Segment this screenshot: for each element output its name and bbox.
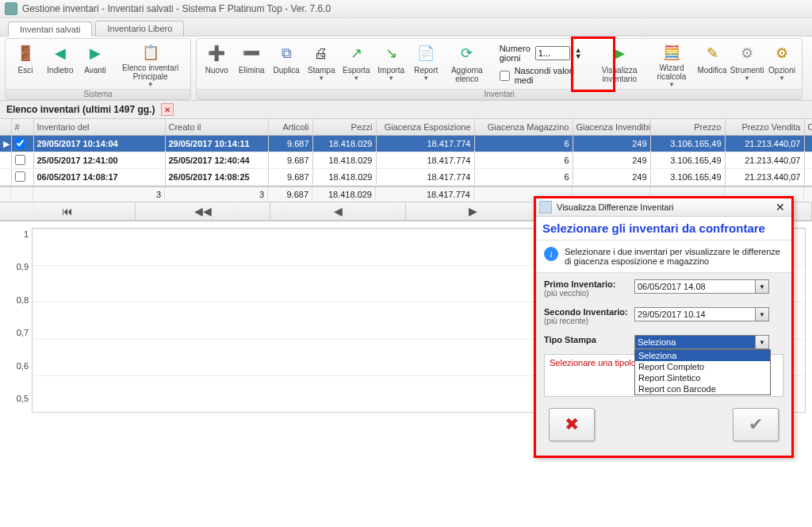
chevron-down-icon: ▼ [353, 75, 359, 82]
stepper-icon[interactable]: ▲▼ [575, 47, 582, 60]
col-costo-medi[interactable]: Costo Medi [804, 119, 812, 136]
visualizza-inventario-button[interactable]: ▶Visualizza inventario [592, 40, 648, 88]
total-count2: 3 [165, 187, 268, 202]
elimina-button[interactable]: ➖Elimina [235, 40, 268, 88]
y-tick-label: 0,7 [6, 328, 29, 337]
col-arrow[interactable] [0, 119, 11, 136]
table-row[interactable]: 25/05/2017 12:41:0025/05/2017 12:40:449.… [0, 152, 812, 169]
dialog-info-row: i Selezionare i due inventari per visual… [536, 240, 791, 273]
tipo-stampa-dropdown[interactable]: SelezionaReport CompletoReport Sintetico… [634, 349, 771, 395]
dialog-title-bar[interactable]: Visualizza Differenze Inventari ✕ [536, 198, 791, 217]
row-checkbox[interactable] [15, 171, 25, 182]
nav-fwd-button[interactable]: ▶ [406, 202, 542, 220]
tab-inventario-libero[interactable]: Inventario Libero [95, 21, 184, 36]
numero-giorni-input[interactable] [535, 46, 570, 60]
nascondi-label: Nascondi valori medi [515, 66, 582, 85]
tipo-stampa-select[interactable]: Seleziona ▼ SelezionaReport CompletoRepo… [634, 335, 769, 349]
title-bar: Gestione inventari - Inventari salvati -… [0, 0, 812, 18]
exit-icon: 🚪 [14, 42, 36, 64]
app-icon [5, 2, 17, 15]
chevron-down-icon: ▼ [668, 81, 675, 88]
refresh-icon: ⟳ [456, 42, 478, 64]
print-icon: 🖨 [310, 42, 332, 64]
col-idx[interactable]: # [11, 119, 33, 136]
esporta-button[interactable]: ↗Esporta▼ [339, 40, 373, 88]
secondo-inventario-label: Secondo Inventario: [544, 307, 628, 317]
col-creato-il[interactable]: Creato il [165, 119, 268, 136]
elenco-principale-button[interactable]: 📋Elenco inventari Principale▼ [113, 40, 187, 88]
secondo-inventario-value: 29/05/2017 10.14 [635, 308, 755, 321]
secondo-inventario-select[interactable]: 29/05/2017 10.14 ▼ [634, 307, 769, 321]
primo-inventario-sublabel: (più vecchio) [544, 289, 631, 298]
app-tabs: Inventari salvati Inventario Libero [0, 18, 812, 37]
col-pezzi[interactable]: Pezzi [312, 119, 376, 136]
duplicate-icon: ⧉ [275, 42, 297, 64]
nav-prev-button[interactable]: ◀◀ [136, 202, 271, 220]
opzioni-button[interactable]: ⚙Opzioni▼ [765, 40, 799, 88]
col-inventario-del[interactable]: Inventario del [33, 119, 165, 136]
importa-button[interactable]: ↘Importa▼ [374, 40, 408, 88]
report-button[interactable]: 📄Report▼ [409, 40, 442, 88]
dialog-heading: Selezionare gli inventari da confrontare [536, 217, 791, 240]
numero-giorni-label: Numero giorni [500, 44, 530, 63]
y-tick-label: 0,8 [6, 295, 29, 305]
avanti-button[interactable]: ▶Avanti [79, 40, 112, 88]
nav-first-button[interactable]: ⏮ [0, 202, 136, 220]
modifica-button[interactable]: ✎Modifica [695, 40, 729, 88]
stampa-button[interactable]: 🖨Stampa▼ [304, 40, 338, 88]
dialog-close-button[interactable]: ✕ [772, 201, 788, 213]
nav-back-button[interactable]: ◀ [270, 202, 406, 220]
chevron-down-icon: ▼ [755, 280, 768, 293]
table-row[interactable]: ▶29/05/2017 10:14:0429/05/2017 10:14:119… [0, 136, 812, 152]
play-icon: ▶ [608, 42, 630, 64]
list-title: Elenco inventari (ultimi 1497 gg.) [6, 104, 155, 115]
indietro-button[interactable]: ◀Indietro [44, 40, 77, 88]
cancel-button[interactable]: ✖ [549, 408, 595, 441]
minus-icon: ➖ [240, 42, 262, 64]
nuovo-button[interactable]: ➕Nuovo [200, 40, 233, 88]
col-prezzo-vendita[interactable]: Prezzo Vendita [725, 119, 804, 136]
info-icon: i [544, 247, 558, 261]
wizard-button[interactable]: 🧮Wizard ricalcola▼ [649, 40, 694, 88]
grid-header-row: # Inventario del Creato il Articoli Pezz… [0, 119, 812, 136]
dropdown-option[interactable]: Report Sintetico [635, 372, 770, 383]
back-icon: ◀ [49, 42, 71, 64]
table-row[interactable]: 06/05/2017 14:08:1726/05/2017 14:08:259.… [0, 169, 812, 186]
list-icon: 📋 [140, 42, 162, 62]
dialog-form: Primo Inventario: (più vecchio) 06/05/20… [536, 273, 791, 456]
close-list-icon[interactable]: ✕ [161, 103, 174, 116]
dropdown-option[interactable]: Seleziona [635, 350, 770, 361]
primo-inventario-select[interactable]: 06/05/2017 14.08 ▼ [634, 279, 769, 294]
col-giacenza-magazzino[interactable]: Giacenza Magazzino [474, 119, 573, 136]
inventory-grid: # Inventario del Creato il Articoli Pezz… [0, 119, 812, 187]
esci-button[interactable]: 🚪Esci [9, 40, 42, 88]
total-count1: 3 [33, 187, 165, 202]
differenze-inventari-dialog: Visualizza Differenze Inventari ✕ Selezi… [534, 196, 794, 458]
row-checkbox[interactable] [15, 155, 25, 165]
total-articoli: 9.687 [268, 187, 312, 202]
nascondi-checkbox[interactable] [500, 71, 510, 81]
total-gia-esp: 18.417.774 [376, 187, 474, 202]
dialog-icon [539, 201, 552, 213]
dropdown-option[interactable]: Report con Barcode [635, 383, 770, 394]
aggiorna-button[interactable]: ⟳Aggiorna elenco [444, 40, 489, 88]
strumenti-button[interactable]: ⚙Strumenti▼ [730, 40, 764, 88]
y-tick-label: 1 [6, 229, 29, 239]
ribbon: 🚪Esci ◀Indietro ▶Avanti 📋Elenco inventar… [0, 37, 812, 101]
tab-inventari-salvati[interactable]: Inventari salvati [8, 21, 92, 37]
col-giacenza-esposizione[interactable]: Giacenza Esposizione [376, 119, 474, 136]
dropdown-option[interactable]: Report Completo [635, 361, 770, 372]
total-pezzi: 18.418.029 [312, 187, 376, 202]
edit-icon: ✎ [701, 42, 723, 64]
chevron-down-icon: ▼ [388, 75, 394, 82]
ok-button[interactable]: ✔ [733, 408, 779, 441]
row-checkbox[interactable] [15, 138, 25, 148]
chevron-down-icon: ▼ [318, 75, 324, 82]
tipo-stampa-label: Tipo Stampa [544, 335, 631, 344]
col-giacenza-invendibili[interactable]: Giacenza Invendibili [573, 119, 650, 136]
col-articoli[interactable]: Articoli [268, 119, 312, 136]
gear-icon: ⚙ [736, 42, 758, 64]
col-prezzo[interactable]: Prezzo [650, 119, 725, 136]
secondo-inventario-sublabel: (più recente) [544, 317, 631, 325]
duplica-button[interactable]: ⧉Duplica [270, 40, 303, 88]
